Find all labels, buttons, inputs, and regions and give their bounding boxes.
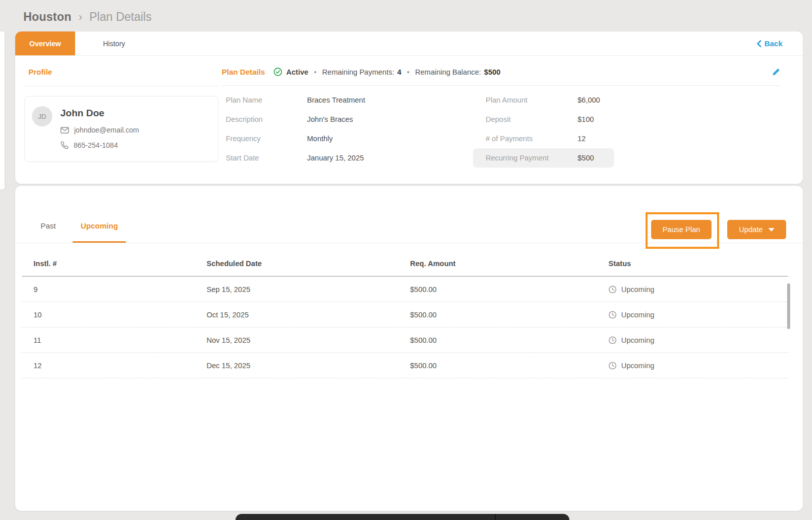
cell-status: Upcoming	[608, 311, 788, 319]
breadcrumb-page-title: Plan Details	[89, 10, 152, 24]
clock-icon	[608, 311, 617, 319]
cell-amount: $500.00	[410, 336, 608, 344]
table-row[interactable]: 10 Oct 15, 2025 $500.00 Upcoming	[22, 302, 788, 328]
field-value: Braces Treatment	[307, 96, 365, 104]
plan-status-badge: Active	[286, 68, 309, 76]
pause-plan-button[interactable]: Pause Plan	[651, 220, 712, 239]
tab-past[interactable]: Past	[32, 221, 64, 243]
field-label: Plan Name	[226, 96, 307, 104]
status-text: Upcoming	[621, 336, 654, 344]
edit-plan-button[interactable]	[772, 68, 780, 76]
clock-icon	[608, 362, 617, 370]
avatar: JD	[32, 106, 52, 126]
remaining-payments-value: 4	[397, 68, 401, 76]
envelope-icon	[60, 127, 69, 134]
remaining-balance-label: Remaining Balance:	[415, 68, 481, 76]
cell-status: Upcoming	[608, 336, 788, 344]
plan-overview-card: Overview History Back Profile JD John Do…	[15, 31, 803, 184]
adjacent-card-edge	[0, 31, 5, 189]
field-label: # of Payments	[486, 135, 578, 143]
field-description: Description John's Braces	[222, 110, 465, 129]
remaining-payments-label: Remaining Payments:	[322, 68, 394, 76]
status-text: Upcoming	[621, 311, 654, 319]
breadcrumb-location[interactable]: Houston	[23, 10, 72, 24]
cell-amount: $500.00	[410, 362, 608, 370]
back-label: Back	[764, 39, 783, 48]
field-value: John's Braces	[307, 115, 353, 123]
update-label: Update	[739, 225, 763, 234]
email-row: johndoe@email.com	[60, 126, 139, 134]
field-value: $100	[578, 115, 594, 123]
clock-icon	[608, 336, 617, 344]
field-value: $500	[578, 154, 594, 162]
col-header-installment: Instl. #	[33, 259, 207, 268]
cell-installment: 12	[33, 362, 207, 370]
breadcrumb: Houston › Plan Details	[23, 10, 152, 24]
clock-icon	[608, 285, 617, 294]
plan-fields-right: Plan Amount $6,000 Deposit $100 # of Pay…	[473, 90, 614, 168]
field-label: Description	[226, 115, 307, 123]
cell-status: Upcoming	[608, 285, 788, 294]
field-label: Frequency	[226, 135, 307, 143]
divider	[24, 86, 218, 86]
tab-bar: Overview History Back	[15, 31, 803, 56]
cell-installment: 9	[33, 285, 207, 294]
field-frequency: Frequency Monthly	[222, 129, 465, 148]
profile-heading: Profile	[28, 68, 218, 76]
cell-date: Dec 15, 2025	[207, 362, 410, 370]
field-label: Plan Amount	[486, 96, 578, 104]
plan-details-section: Plan Details Active • Remaining Payments…	[222, 56, 780, 168]
tab-overview[interactable]: Overview	[15, 31, 75, 55]
phone-row: 865-254-1084	[60, 141, 139, 149]
dock-divider	[495, 514, 496, 520]
installments-card: Past Upcoming Pause Plan Update Instl. #…	[15, 186, 803, 511]
field-label: Deposit	[486, 115, 578, 123]
field-deposit: Deposit $100	[473, 110, 614, 129]
table-row[interactable]: 9 Sep 15, 2025 $500.00 Upcoming	[22, 277, 788, 302]
cell-installment: 10	[33, 311, 207, 319]
separator-dot: •	[407, 68, 410, 76]
cell-date: Sep 15, 2025	[207, 285, 410, 294]
field-num-payments: # of Payments 12	[473, 129, 614, 148]
field-value: 12	[578, 135, 586, 143]
col-header-date: Scheduled Date	[207, 259, 410, 268]
dock-bar[interactable]	[235, 514, 569, 520]
chevron-left-icon	[757, 40, 761, 47]
cell-date: Oct 15, 2025	[207, 311, 410, 319]
profile-section: Profile JD John Doe johndoe@email.com 86…	[24, 56, 218, 168]
update-button[interactable]: Update	[727, 220, 786, 239]
active-check-icon	[274, 68, 282, 76]
cell-date: Nov 15, 2025	[207, 336, 410, 344]
cell-amount: $500.00	[410, 311, 608, 319]
plan-details-heading: Plan Details	[222, 68, 265, 76]
cell-installment: 11	[33, 336, 207, 344]
field-value: January 15, 2025	[307, 154, 364, 162]
profile-card: JD John Doe johndoe@email.com 865-254-10…	[24, 96, 218, 162]
field-label: Start Date	[226, 154, 307, 162]
table-row[interactable]: 11 Nov 15, 2025 $500.00 Upcoming	[22, 328, 788, 353]
field-start-date: Start Date January 15, 2025	[222, 148, 465, 168]
tab-upcoming[interactable]: Upcoming	[73, 221, 126, 243]
patient-email: johndoe@email.com	[74, 126, 139, 134]
schedule-header: Past Upcoming Pause Plan Update	[15, 186, 803, 243]
patient-name: John Doe	[60, 108, 139, 119]
field-value: Monthly	[307, 135, 333, 143]
tab-history[interactable]: History	[93, 31, 136, 55]
chevron-down-icon	[768, 228, 774, 232]
back-button[interactable]: Back	[757, 39, 783, 48]
field-recurring-payment: Recurring Payment $500	[473, 148, 614, 168]
remaining-balance-value: $500	[484, 68, 500, 76]
table-row[interactable]: 12 Dec 15, 2025 $500.00 Upcoming	[22, 353, 788, 378]
cell-amount: $500.00	[410, 285, 608, 294]
page: Houston › Plan Details Overview History …	[0, 0, 812, 520]
pencil-icon	[772, 68, 780, 76]
installments-table: Instl. # Scheduled Date Req. Amount Stat…	[22, 243, 788, 378]
cell-status: Upcoming	[608, 362, 788, 370]
field-plan-amount: Plan Amount $6,000	[473, 90, 614, 110]
separator-dot: •	[314, 68, 317, 76]
divider	[222, 85, 780, 86]
field-value: $6,000	[578, 96, 600, 104]
field-label: Recurring Payment	[486, 154, 578, 162]
vertical-scrollbar-thumb[interactable]	[787, 283, 790, 329]
patient-phone: 865-254-1084	[74, 141, 118, 149]
